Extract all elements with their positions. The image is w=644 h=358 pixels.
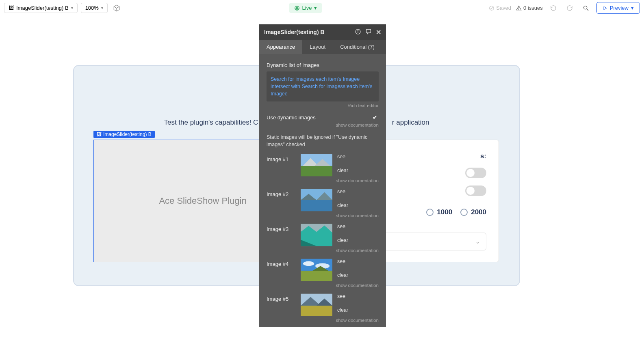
document-name: ImageSlider(testing) B bbox=[16, 5, 69, 11]
radio-1000[interactable]: 1000 bbox=[426, 208, 452, 216]
chevron-down-icon: ▾ bbox=[631, 5, 634, 11]
svg-point-22 bbox=[303, 261, 314, 266]
image-row: Image #5 see clear bbox=[267, 293, 379, 316]
use-dynamic-images-label: Use dynamic images bbox=[267, 114, 316, 121]
radio-icon bbox=[460, 209, 468, 216]
image-row: Image #1 see clear bbox=[267, 154, 379, 177]
toggle-switch[interactable] bbox=[465, 168, 486, 178]
chevron-down-icon: ▾ bbox=[101, 6, 103, 10]
image-row: Image #3 see clear bbox=[267, 224, 379, 246]
image-icon: 🖼 bbox=[9, 5, 14, 11]
show-documentation-link[interactable]: show documentation bbox=[267, 283, 379, 288]
info-icon[interactable] bbox=[355, 28, 361, 36]
clear-link[interactable]: clear bbox=[337, 237, 348, 243]
live-status-pill[interactable]: Live ▾ bbox=[289, 3, 322, 13]
image-icon: 🖼 bbox=[97, 132, 102, 137]
clear-link[interactable]: clear bbox=[337, 203, 348, 208]
image-row: Image #2 see clear bbox=[267, 189, 379, 211]
see-link[interactable]: see bbox=[337, 224, 348, 229]
element-tag-label: ImageSlider(testing) B bbox=[103, 132, 152, 137]
use-dynamic-checkbox[interactable]: ✔ bbox=[371, 114, 379, 121]
chevron-down-icon: ▾ bbox=[71, 6, 73, 10]
show-documentation-link[interactable]: show documentation bbox=[267, 248, 379, 253]
image-row: Image #4 see clear bbox=[267, 259, 379, 281]
panel-header[interactable]: ImageSlider(testing) B ✕ bbox=[259, 24, 386, 40]
svg-line-5 bbox=[587, 9, 588, 11]
svg-marker-6 bbox=[604, 6, 607, 10]
preview-label: Preview bbox=[610, 5, 629, 11]
svg-point-9 bbox=[358, 30, 358, 30]
image-label: Image #3 bbox=[267, 224, 296, 232]
image-thumbnail[interactable] bbox=[301, 224, 332, 246]
svg-point-1 bbox=[490, 6, 494, 10]
svg-rect-11 bbox=[301, 166, 332, 176]
redo-icon[interactable] bbox=[564, 2, 575, 14]
document-selector[interactable]: 🖼 ImageSlider(testing) B ▾ bbox=[4, 3, 78, 13]
radio-label: 2000 bbox=[471, 208, 486, 216]
issues-indicator[interactable]: 0 issues bbox=[516, 5, 543, 11]
dynamic-list-expression[interactable]: Search for imagess:each item's Imagee in… bbox=[267, 71, 379, 101]
radio-2000[interactable]: 2000 bbox=[460, 208, 486, 216]
comment-icon[interactable] bbox=[365, 28, 372, 36]
see-link[interactable]: see bbox=[337, 259, 348, 264]
static-images-notice: Static images will be ignored if "Use dy… bbox=[267, 134, 379, 148]
svg-point-3 bbox=[519, 9, 519, 9]
image-thumbnail[interactable] bbox=[301, 259, 332, 281]
chevron-down-icon: ▾ bbox=[314, 5, 317, 11]
show-documentation-link[interactable]: show documentation bbox=[267, 178, 379, 183]
image-label: Image #1 bbox=[267, 154, 296, 162]
svg-point-4 bbox=[583, 6, 587, 9]
clear-link[interactable]: clear bbox=[337, 168, 348, 173]
show-documentation-link[interactable]: show documentation bbox=[267, 123, 379, 127]
subtitle-right: r application bbox=[392, 119, 429, 126]
image-label: Image #4 bbox=[267, 259, 296, 267]
svg-rect-29 bbox=[301, 306, 332, 316]
subtitle-left: Test the plugin's capabilities! C bbox=[164, 119, 258, 126]
slider-placeholder: Ace SlideShow Plugin bbox=[159, 196, 246, 206]
tab-layout[interactable]: Layout bbox=[302, 40, 333, 54]
image-thumbnail[interactable] bbox=[301, 293, 332, 316]
zoom-value: 100% bbox=[85, 5, 99, 11]
issues-count: 0 issues bbox=[523, 5, 543, 11]
svg-rect-24 bbox=[301, 271, 332, 281]
element-selection-tag[interactable]: 🖼 ImageSlider(testing) B bbox=[93, 131, 155, 138]
clear-link[interactable]: clear bbox=[337, 272, 348, 278]
speed-radio-group: 1000 2000 bbox=[426, 208, 486, 216]
chevron-down-icon: ⌄ bbox=[475, 238, 480, 245]
see-link[interactable]: see bbox=[337, 189, 348, 194]
save-status: Saved bbox=[489, 5, 511, 11]
panel-body: Dynamic list of images Search for images… bbox=[259, 54, 386, 326]
panel-tabs: Appearance Layout Conditional (7) bbox=[259, 40, 386, 54]
image-label: Image #2 bbox=[267, 189, 296, 197]
search-icon[interactable] bbox=[580, 2, 592, 14]
image-thumbnail[interactable] bbox=[301, 189, 332, 211]
svg-rect-15 bbox=[301, 200, 332, 211]
dynamic-list-label: Dynamic list of images bbox=[267, 62, 379, 68]
radio-icon bbox=[426, 209, 434, 216]
see-link[interactable]: see bbox=[337, 293, 348, 299]
image-label: Image #5 bbox=[267, 293, 296, 302]
radio-label: 1000 bbox=[437, 208, 452, 216]
panel-title: ImageSlider(testing) B bbox=[264, 29, 325, 35]
show-documentation-link[interactable]: show documentation bbox=[267, 213, 379, 218]
preview-button[interactable]: Preview ▾ bbox=[596, 2, 640, 14]
top-toolbar: 🖼 ImageSlider(testing) B ▾ 100% ▾ Live ▾… bbox=[0, 0, 644, 16]
image-thumbnail[interactable] bbox=[301, 154, 332, 177]
zoom-selector[interactable]: 100% ▾ bbox=[81, 3, 108, 13]
rich-text-editor-link[interactable]: Rich text editor bbox=[267, 103, 379, 108]
cube-icon[interactable] bbox=[111, 2, 122, 14]
close-icon[interactable]: ✕ bbox=[376, 28, 381, 36]
tab-appearance[interactable]: Appearance bbox=[259, 40, 302, 54]
tab-conditional[interactable]: Conditional (7) bbox=[333, 40, 382, 54]
undo-icon[interactable] bbox=[548, 2, 559, 14]
live-label: Live bbox=[302, 5, 312, 11]
see-link[interactable]: see bbox=[337, 154, 348, 160]
saved-label: Saved bbox=[496, 5, 511, 11]
show-documentation-link[interactable]: show documentation bbox=[267, 318, 379, 323]
clear-link[interactable]: clear bbox=[337, 307, 348, 313]
property-panel: ImageSlider(testing) B ✕ Appearance Layo… bbox=[259, 24, 386, 327]
toggle-switch[interactable] bbox=[465, 185, 486, 196]
